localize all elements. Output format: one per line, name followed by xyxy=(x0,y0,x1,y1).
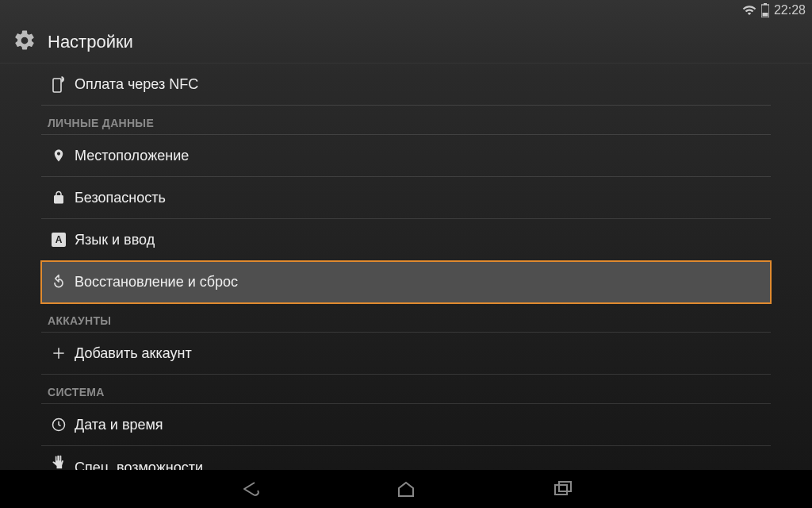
settings-item-label: Местоположение xyxy=(75,148,189,164)
nfc-icon xyxy=(43,75,75,93)
back-button[interactable] xyxy=(230,470,268,508)
settings-item-location[interactable]: Местоположение xyxy=(41,135,771,177)
wifi-icon xyxy=(742,3,756,17)
clock-icon xyxy=(43,417,75,433)
svg-rect-1 xyxy=(764,3,767,5)
clock: 22:28 xyxy=(774,3,806,17)
language-icon: A xyxy=(43,233,75,247)
settings-list: Оплата через NFC ЛИЧНЫЕ ДАННЫЕ Местополо… xyxy=(0,64,812,470)
settings-item-language[interactable]: A Язык и ввод xyxy=(41,219,771,261)
section-header-system: СИСТЕМА xyxy=(41,375,771,404)
settings-item-nfc[interactable]: Оплата через NFC xyxy=(41,64,771,106)
settings-item-label: Безопасность xyxy=(75,190,166,206)
settings-item-label: Спец. возможности xyxy=(75,460,203,470)
location-icon xyxy=(43,147,75,164)
svg-rect-8 xyxy=(559,482,571,491)
app-header: Настройки xyxy=(0,21,812,64)
battery-icon xyxy=(761,3,769,17)
settings-item-accessibility[interactable]: Спец. возможности xyxy=(41,446,771,470)
settings-item-label: Добавить аккаунт xyxy=(75,345,192,362)
section-header-personal: ЛИЧНЫЕ ДАННЫЕ xyxy=(41,106,771,135)
settings-item-label: Восстановление и сброс xyxy=(75,274,238,291)
svg-rect-2 xyxy=(762,13,768,17)
recents-button[interactable] xyxy=(544,470,582,508)
page-title: Настройки xyxy=(48,32,133,52)
restore-icon xyxy=(43,274,75,290)
hand-icon xyxy=(43,454,75,470)
svg-rect-3 xyxy=(53,79,61,92)
settings-item-label: Дата и время xyxy=(75,417,163,433)
home-button[interactable] xyxy=(387,470,425,508)
settings-item-backup-reset[interactable]: Восстановление и сброс xyxy=(41,261,771,303)
svg-rect-7 xyxy=(555,485,567,495)
navigation-bar xyxy=(0,470,812,508)
lock-icon xyxy=(43,190,75,206)
settings-item-label: Язык и ввод xyxy=(75,232,155,248)
svg-text:A: A xyxy=(56,234,63,245)
settings-item-datetime[interactable]: Дата и время xyxy=(41,404,771,446)
gear-icon xyxy=(13,29,36,56)
status-bar: 22:28 xyxy=(0,0,812,21)
section-header-accounts: АККАУНТЫ xyxy=(41,303,771,333)
device-frame: 22:28 Настройки Оплата через NFC ЛИЧНЫЕ … xyxy=(0,0,812,508)
plus-icon xyxy=(43,345,75,361)
settings-item-add-account[interactable]: Добавить аккаунт xyxy=(41,333,771,375)
settings-item-security[interactable]: Безопасность xyxy=(41,177,771,219)
settings-item-label: Оплата через NFC xyxy=(75,76,198,93)
